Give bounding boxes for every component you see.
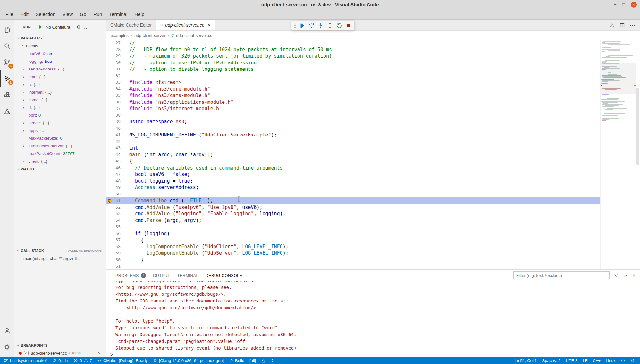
gutter-28[interactable]: 28: [106, 46, 129, 53]
run-and-debug-icon[interactable]: 1: [0, 70, 14, 87]
gutter-40[interactable]: 40: [106, 125, 129, 132]
expand-chevron-icon[interactable]: ›: [23, 74, 24, 79]
console-input-row[interactable]: >: [115, 352, 640, 357]
gutter-32[interactable]: 32: [106, 73, 129, 79]
notifications-button[interactable]: [628, 357, 637, 364]
breadcrumb-item[interactable]: examples: [111, 33, 129, 38]
build-button[interactable]: Build: [226, 357, 247, 364]
expand-chevron-icon[interactable]: ›: [23, 105, 24, 110]
variable-row-port[interactable]: port:0: [14, 111, 106, 119]
encoding[interactable]: UTF-8: [563, 357, 580, 364]
open-changes-icon[interactable]: [609, 22, 615, 28]
gutter-30[interactable]: 30: [106, 60, 129, 66]
code-line-50[interactable]: 50: [106, 191, 600, 198]
code-line-53[interactable]: 53 cmd.AddValue ("logging", "Enable logg…: [106, 211, 600, 217]
variable-row-server[interactable]: ›server:{...}: [14, 119, 106, 127]
breakpoint-row[interactable]: ✓ udp-client-server.cc exampl… 51: [14, 349, 106, 357]
breakpoint-checkbox[interactable]: ✓: [24, 351, 29, 355]
menu-run[interactable]: Run: [90, 9, 106, 19]
expand-chevron-icon[interactable]: ›: [23, 82, 24, 87]
variable-row-maxPacketCount[interactable]: maxPacketCount:32767: [14, 150, 106, 157]
gutter-29[interactable]: 29: [106, 53, 129, 60]
editor-tab[interactable]: CMake Cache Editor: [106, 20, 156, 30]
gutter-38[interactable]: 38: [106, 112, 129, 119]
cmake-icon[interactable]: [0, 103, 14, 120]
code-line-41[interactable]: 41NS_LOG_COMPONENT_DEFINE ("UdpClientSer…: [106, 132, 600, 138]
build-target[interactable]: [all]: [247, 357, 258, 364]
watch-section-header[interactable]: › WATCH: [14, 165, 106, 173]
views-more-actions-icon[interactable]: …: [84, 24, 89, 30]
settings-gear-icon[interactable]: [0, 339, 14, 355]
code-line-58[interactable]: 58 LogComponentEnable ("UdpClient", LOG_…: [106, 244, 600, 250]
problems-status[interactable]: 0 7: [71, 357, 94, 364]
code-line-37[interactable]: 37#include "ns3/internet-module.h": [106, 105, 600, 112]
gutter-45[interactable]: 45: [106, 158, 129, 165]
scrollbar-thumb[interactable]: [636, 88, 639, 165]
breadcrumb-item[interactable]: udp-client-server: [134, 33, 165, 38]
expand-chevron-icon[interactable]: ›: [23, 90, 24, 95]
indentation[interactable]: Spaces: 2: [540, 357, 563, 364]
gutter-51[interactable]: 51: [106, 197, 129, 204]
git-sync-status[interactable]: 0↓ 1↑: [50, 357, 71, 364]
console-filter-input[interactable]: [513, 271, 610, 279]
variable-row-apps[interactable]: ›apps:{...}: [14, 127, 106, 134]
code-line-39[interactable]: 39using namespace ns3;: [106, 119, 600, 125]
gutter-50[interactable]: 50: [106, 191, 129, 198]
code-line-43[interactable]: 43int: [106, 145, 600, 152]
code-line-33[interactable]: 33#include <fstream>: [106, 79, 600, 86]
code-line-56[interactable]: 56 if (logging): [106, 230, 600, 237]
gutter-55[interactable]: 55: [106, 224, 129, 230]
code-line-29[interactable]: 29// - maximum of 320 packets sent (or l…: [106, 53, 600, 60]
variable-row-interPacketInterval[interactable]: ›interPacketInterval:{...}: [14, 142, 106, 150]
code-line-49[interactable]: 49 Address serverAddress;: [106, 184, 600, 191]
breakpoints-section-header[interactable]: › BREAKPOINTS: [14, 342, 106, 349]
variable-row-useV6[interactable]: useV6:false: [14, 50, 106, 57]
test-button[interactable]: [258, 357, 268, 364]
expand-chevron-icon[interactable]: ›: [23, 120, 24, 125]
language-mode[interactable]: C++: [590, 357, 603, 364]
menu-file[interactable]: File: [2, 9, 17, 19]
editor-more-actions-icon[interactable]: ⋯: [630, 22, 636, 29]
feedback-button[interactable]: [618, 357, 628, 364]
git-branch-status[interactable]: buildsystem-cmake*: [1, 357, 50, 364]
gutter-31[interactable]: 31: [106, 66, 129, 73]
close-panel-icon[interactable]: ×: [632, 273, 636, 278]
kit-status[interactable]: [Clang 12.0.0 x86_64-pc-linux-gnu]: [150, 357, 226, 364]
cmake-status[interactable]: CMake: [Debug]: Ready: [95, 357, 150, 364]
panel-tab-terminal[interactable]: TERMINAL: [173, 270, 202, 281]
stack-frame-row[interactable]: main(int argc, char ** argv) u…: [14, 254, 106, 262]
gutter-43[interactable]: 43: [106, 145, 129, 152]
gutter-56[interactable]: 56: [106, 230, 129, 237]
split-editor-icon[interactable]: [619, 22, 625, 28]
editor-tab[interactable]: Cudp-client-server.cc×: [156, 20, 215, 30]
debug-config-dropdown[interactable]: No Configura ›: [46, 25, 73, 29]
maximize-panel-icon[interactable]: [623, 273, 628, 278]
panel-tab-problems[interactable]: PROBLEMS7: [112, 270, 149, 281]
expand-chevron-icon[interactable]: ›: [23, 67, 24, 71]
gutter-60[interactable]: 60: [106, 257, 129, 263]
gutter-39[interactable]: 39: [106, 119, 129, 125]
code-line-36[interactable]: 36#include "ns3/applications-module.h": [106, 99, 600, 106]
explorer-icon[interactable]: [0, 21, 14, 38]
expand-chevron-icon[interactable]: ›: [23, 144, 24, 148]
expand-chevron-icon[interactable]: ›: [23, 128, 24, 133]
code-line-30[interactable]: 30// - option to use IPv4 or IPv6 addres…: [106, 60, 600, 66]
gutter-57[interactable]: 57: [106, 237, 129, 244]
gutter-36[interactable]: 36: [106, 99, 129, 106]
eol[interactable]: LF: [580, 357, 590, 364]
expand-chevron-icon[interactable]: ›: [23, 97, 24, 102]
code-line-61[interactable]: 61: [106, 263, 600, 269]
expand-chevron-icon[interactable]: ›: [23, 159, 24, 164]
step-into-icon[interactable]: [316, 21, 325, 30]
gutter-37[interactable]: 37: [106, 105, 129, 112]
step-out-icon[interactable]: [326, 21, 334, 30]
toolbar-drag-grip[interactable]: [293, 23, 297, 28]
search-icon[interactable]: [0, 38, 14, 54]
gutter-41[interactable]: 41: [106, 132, 129, 138]
minimap[interactable]: [600, 40, 636, 269]
call-stack-section-header[interactable]: › CALL STACK PAUSED ON BREAKPOINT: [14, 247, 106, 254]
close-window-icon[interactable]: ×: [631, 2, 637, 8]
maximize-icon[interactable]: □: [622, 2, 625, 7]
variable-row-d[interactable]: ›d:{...}: [14, 103, 106, 111]
code-line-52[interactable]: 52 cmd.AddValue ("useIpv6", "Use Ipv6", …: [106, 204, 600, 211]
